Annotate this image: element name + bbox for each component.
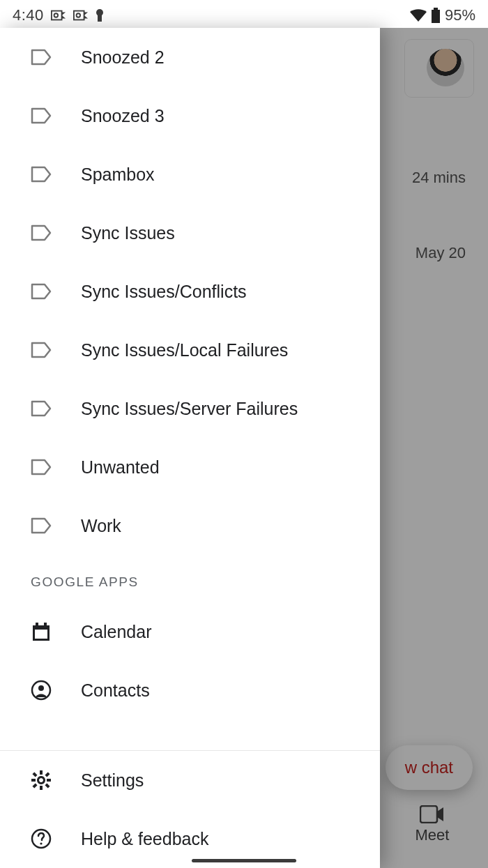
navigation-drawer: Snoozed 2 Snoozed 3 Spambox Sync Issues … [0, 28, 380, 868]
svg-rect-11 [36, 623, 38, 627]
label-icon [31, 49, 52, 66]
label-text: Unwanted [81, 457, 160, 478]
wifi-icon [410, 9, 427, 22]
status-time: 4:40 [13, 6, 44, 24]
label-item-snoozed-2[interactable]: Snoozed 2 [0, 28, 380, 86]
google-app-calendar[interactable]: Calendar [0, 602, 380, 661]
calendar-label: Calendar [81, 622, 151, 642]
vpn-key-icon [96, 9, 104, 22]
label-text: Sync Issues [81, 223, 175, 243]
gear-icon [31, 770, 52, 791]
label-icon [31, 400, 52, 417]
contacts-icon [31, 680, 52, 701]
svg-rect-2 [74, 11, 84, 20]
label-text: Sync Issues/Local Failures [81, 340, 288, 360]
outlook-icon [73, 10, 89, 21]
svg-rect-10 [35, 630, 47, 639]
svg-rect-16 [40, 786, 43, 790]
label-icon [31, 459, 52, 475]
settings-item[interactable]: Settings [0, 751, 380, 809]
status-bar-right: 95% [410, 6, 475, 24]
svg-rect-6 [434, 8, 438, 10]
label-icon [31, 224, 52, 241]
label-text: Snoozed 3 [81, 106, 165, 126]
settings-label: Settings [81, 770, 144, 791]
home-indicator[interactable] [192, 859, 296, 862]
svg-rect-0 [52, 11, 62, 20]
label-item-work[interactable]: Work [0, 496, 380, 555]
label-item-sync-server-failures[interactable]: Sync Issues/Server Failures [0, 379, 380, 438]
label-item-snoozed-3[interactable]: Snoozed 3 [0, 86, 380, 145]
label-item-unwanted[interactable]: Unwanted [0, 438, 380, 496]
svg-rect-17 [31, 779, 36, 782]
svg-point-1 [54, 13, 58, 17]
status-bar: 4:40 95% [0, 0, 488, 28]
label-icon [31, 107, 52, 124]
svg-rect-7 [432, 10, 440, 23]
svg-rect-18 [47, 779, 51, 782]
svg-rect-5 [98, 15, 102, 22]
label-item-sync-issues[interactable]: Sync Issues [0, 204, 380, 262]
label-item-sync-local-failures[interactable]: Sync Issues/Local Failures [0, 321, 380, 379]
svg-rect-12 [44, 623, 47, 627]
help-feedback-item[interactable]: Help & feedback [0, 809, 380, 868]
status-bar-left: 4:40 [13, 6, 104, 24]
svg-rect-20 [45, 783, 49, 788]
help-label: Help & feedback [81, 829, 208, 849]
svg-rect-19 [32, 772, 37, 777]
label-item-sync-conflicts[interactable]: Sync Issues/Conflicts [0, 262, 380, 321]
section-header-google-apps: GOOGLE APPS [0, 555, 380, 602]
label-text: Sync Issues/Conflicts [81, 282, 247, 302]
label-icon [31, 283, 52, 300]
label-icon [31, 342, 52, 358]
calendar-icon [31, 621, 52, 642]
drawer-scroll[interactable]: Snoozed 2 Snoozed 3 Spambox Sync Issues … [0, 28, 380, 750]
label-text: Spambox [81, 165, 155, 185]
help-icon [31, 828, 52, 849]
label-icon [31, 166, 52, 183]
svg-point-3 [76, 13, 80, 17]
svg-point-24 [40, 842, 42, 844]
battery-icon [431, 8, 441, 23]
svg-point-14 [38, 685, 44, 691]
battery-percentage: 95% [445, 6, 475, 24]
svg-rect-22 [32, 783, 37, 788]
label-item-spambox[interactable]: Spambox [0, 145, 380, 204]
contacts-label: Contacts [81, 680, 150, 701]
svg-rect-15 [40, 770, 43, 775]
phone-screen: 4:40 95% 24 mins May 20 w chat Meet Snoo… [0, 0, 488, 868]
label-text: Work [81, 516, 121, 536]
label-icon [31, 517, 52, 534]
google-app-contacts[interactable]: Contacts [0, 661, 380, 719]
svg-rect-21 [45, 772, 49, 777]
outlook-icon [51, 10, 66, 21]
label-text: Sync Issues/Server Failures [81, 399, 298, 419]
label-text: Snoozed 2 [81, 47, 165, 68]
